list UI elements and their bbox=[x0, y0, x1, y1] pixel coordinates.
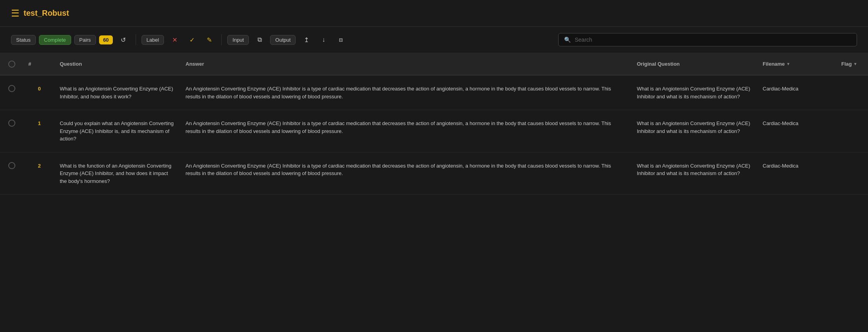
status-group: Status Complete Pairs 60 bbox=[11, 35, 113, 45]
download-icon: ↓ bbox=[322, 36, 325, 43]
row-2-flag bbox=[837, 160, 868, 164]
row-1-num: 1 bbox=[24, 117, 55, 130]
header-checkbox-col bbox=[0, 61, 24, 68]
filename-sort-icon: ▼ bbox=[786, 62, 790, 66]
row-0-num: 0 bbox=[24, 83, 55, 95]
header-answer: Answer bbox=[181, 58, 632, 70]
status-badge: Status bbox=[11, 35, 36, 45]
table-row: 1 Could you explain what an Angiotensin … bbox=[0, 110, 868, 153]
search-icon: 🔍 bbox=[564, 37, 571, 43]
toolbar-divider-2 bbox=[221, 34, 222, 45]
row-0-radio-container bbox=[0, 83, 24, 94]
row-2-radio-container bbox=[0, 160, 24, 172]
header-question: Question bbox=[55, 58, 181, 70]
row-1-answer: An Angiotensin Converting Enzyme (ACE) I… bbox=[181, 117, 632, 137]
row-1-original-question: What is an Angiotensin Converting Enzyme… bbox=[632, 117, 758, 137]
file-button[interactable]: ⧈ bbox=[334, 33, 348, 46]
logo-icon: ☰ bbox=[11, 8, 20, 19]
input-badge: Input bbox=[227, 35, 249, 45]
data-table: # Question Answer Original Question File… bbox=[0, 53, 868, 195]
x-button[interactable]: ✕ bbox=[168, 33, 181, 46]
row-0-flag bbox=[837, 83, 868, 87]
row-0-radio[interactable] bbox=[8, 85, 15, 92]
toolbar-divider-1 bbox=[136, 34, 136, 45]
table-row: 0 What is an Angiotensin Converting Enzy… bbox=[0, 76, 868, 110]
label-badge: Label bbox=[142, 35, 164, 45]
row-1-question: Could you explain what an Angiotensin Co… bbox=[55, 117, 181, 145]
header-num: # bbox=[24, 58, 55, 70]
row-1-radio[interactable] bbox=[8, 120, 15, 127]
pairs-badge: Pairs bbox=[74, 35, 96, 45]
flag-sort-icon: ▼ bbox=[853, 62, 857, 66]
copy-icon: ⧉ bbox=[257, 36, 262, 43]
table-row: 2 What is the function of an Angiotensin… bbox=[0, 153, 868, 195]
row-1-radio-container bbox=[0, 117, 24, 129]
search-container: 🔍 bbox=[558, 33, 857, 46]
complete-badge: Complete bbox=[39, 35, 71, 45]
row-2-radio[interactable] bbox=[8, 162, 15, 169]
app-title: test_Robust bbox=[24, 9, 69, 18]
header-flag[interactable]: Flag ▼ bbox=[837, 58, 868, 70]
search-wrapper: 🔍 bbox=[558, 33, 857, 46]
upload-icon: ↥ bbox=[304, 36, 309, 44]
x-icon: ✕ bbox=[172, 36, 177, 44]
download-button[interactable]: ↓ bbox=[317, 33, 330, 46]
row-1-filename: Cardiac-Medica bbox=[758, 117, 837, 130]
table-header: # Question Answer Original Question File… bbox=[0, 53, 868, 76]
upload-button[interactable]: ↥ bbox=[300, 33, 313, 46]
row-2-filename: Cardiac-Medica bbox=[758, 160, 837, 172]
count-badge: 60 bbox=[99, 35, 112, 44]
header-original-question: Original Question bbox=[632, 58, 758, 70]
file-icon: ⧈ bbox=[339, 36, 343, 43]
row-1-flag bbox=[837, 117, 868, 122]
search-input[interactable] bbox=[575, 37, 851, 43]
row-2-question: What is the function of an Angiotensin C… bbox=[55, 160, 181, 188]
logo: ☰ test_Robust bbox=[11, 8, 69, 19]
app-header: ☰ test_Robust bbox=[0, 0, 868, 27]
toolbar: Status Complete Pairs 60 ↺ Label ✕ ✓ ✎ I… bbox=[0, 27, 868, 53]
row-0-original-question: What is an Angiotensin Converting Enzyme… bbox=[632, 83, 758, 103]
row-0-filename: Cardiac-Medica bbox=[758, 83, 837, 95]
copy-button[interactable]: ⧉ bbox=[253, 33, 266, 46]
check-icon: ✓ bbox=[189, 36, 195, 44]
row-2-original-question: What is an Angiotensin Converting Enzyme… bbox=[632, 160, 758, 180]
row-2-answer: An Angiotensin Converting Enzyme (ACE) I… bbox=[181, 160, 632, 180]
check-button[interactable]: ✓ bbox=[185, 33, 199, 46]
header-filename[interactable]: Filename ▼ bbox=[758, 58, 837, 70]
row-2-num: 2 bbox=[24, 160, 55, 172]
row-0-answer: An Angiotensin Converting Enzyme (ACE) I… bbox=[181, 83, 632, 103]
refresh-button[interactable]: ↺ bbox=[117, 33, 130, 46]
pencil-icon: ✎ bbox=[207, 36, 212, 44]
row-0-question: What is an Angiotensin Converting Enzyme… bbox=[55, 83, 181, 103]
pencil-button[interactable]: ✎ bbox=[202, 33, 216, 46]
output-badge: Output bbox=[270, 35, 296, 45]
refresh-icon: ↺ bbox=[121, 36, 126, 44]
select-all-checkbox[interactable] bbox=[8, 61, 15, 68]
